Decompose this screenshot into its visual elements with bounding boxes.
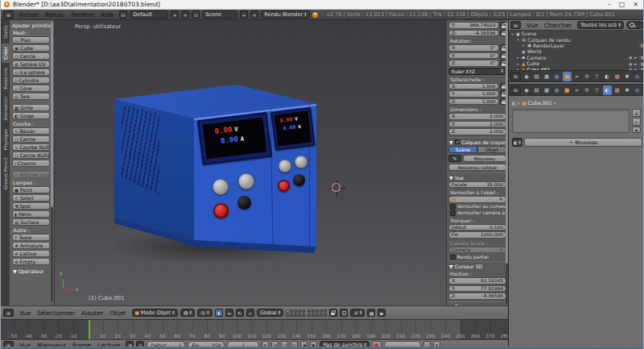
pivot-select[interactable]: ◎ <box>197 309 212 317</box>
material-browse-icon[interactable]: ◐ <box>512 138 522 147</box>
properties-tab-physics[interactable]: ◎ <box>633 72 642 81</box>
layer-cell[interactable] <box>294 314 297 317</box>
properties-tab-particles[interactable]: ✱ <box>623 72 632 81</box>
expander-icon[interactable]: ▾ <box>510 31 514 36</box>
location-y-field[interactable]: Y:966.74023 <box>448 22 499 29</box>
add-cube-button[interactable]: ▣Cube <box>12 44 50 52</box>
lock-to-cursor-row[interactable]: Verrouiller au curseur <box>450 204 506 210</box>
layer-cell[interactable] <box>324 314 327 317</box>
layer-cell[interactable] <box>302 314 305 317</box>
layer-cell[interactable] <box>302 310 305 313</box>
select-toggle-icon[interactable]: ► <box>634 55 638 60</box>
add-grille-button[interactable]: ▦Grille <box>12 104 50 111</box>
add-lattice-button[interactable]: #Lattice <box>12 250 50 257</box>
lock-icon[interactable] <box>329 309 337 317</box>
layer-cell[interactable] <box>298 314 301 317</box>
layer-cell[interactable] <box>298 310 301 313</box>
add-singe-button[interactable]: ◐Singe <box>12 112 50 119</box>
pin-icon[interactable]: ◧ <box>512 101 516 106</box>
clip-start-field[interactable]: Début0.100 <box>448 224 506 231</box>
add-surface-button[interactable]: ▤Surface <box>12 218 50 226</box>
add-tore-button[interactable]: ◎Tore <box>12 93 50 100</box>
render-toggle-icon[interactable]: ◨ <box>639 55 643 60</box>
rotation-z-field[interactable]: Z:0° <box>448 60 499 67</box>
scale-y-field[interactable]: Y:1.000 <box>448 90 499 98</box>
viewport-menu-slectionner[interactable]: Sélectionner <box>34 310 78 317</box>
add-cercle-nurbs-button[interactable]: ○Cercle NURBS <box>12 152 50 159</box>
clip-end-field[interactable]: Fin1000.000 <box>448 231 506 239</box>
render-border-row[interactable]: Rendu partiel <box>450 255 506 260</box>
toolshelf-tab-greasepencil[interactable]: Grease Pencil <box>2 155 10 193</box>
rotation-mode-select[interactable]: Euler XYZ <box>448 68 506 75</box>
properties-tab-modifiers[interactable]: ⚙ <box>583 85 592 95</box>
minimize-button[interactable]: – <box>608 1 611 8</box>
scale-x-field[interactable]: X:1.000 <box>448 83 499 90</box>
manipulator-translate-button[interactable]: ↔ <box>225 309 233 317</box>
gp-new-button[interactable]: Nouveau <box>463 155 507 162</box>
outliner-item-world[interactable]: ●World <box>509 48 644 54</box>
outliner-item-cube[interactable]: ▸▲Cube◉►◨ <box>509 60 644 66</box>
expander-icon[interactable]: ▸ <box>522 43 526 48</box>
cursor-y-field[interactable]: Y:77.91994 <box>448 285 506 293</box>
properties-tab-physics[interactable]: ◎ <box>633 85 642 95</box>
add-hemi-button[interactable]: ◗Hémi <box>12 210 50 218</box>
properties-tab-data[interactable]: ▽ <box>592 72 601 81</box>
gp-tab-scne[interactable]: Scène <box>448 146 477 153</box>
layout-delete-button[interactable]: × <box>181 10 189 19</box>
layer-cell[interactable] <box>312 314 315 317</box>
close-button[interactable]: ✕ <box>633 1 638 8</box>
add-empty-button[interactable]: ⊕Empty <box>12 258 50 265</box>
layer-cell[interactable] <box>316 314 319 317</box>
local-camera-field[interactable]: Camera✕ <box>448 247 506 254</box>
outliner-menu-chercher[interactable]: Chercher <box>541 22 575 29</box>
viewport-menu-objet[interactable]: Objet <box>106 310 129 317</box>
outliner-item-camera[interactable]: ▸◆Camera◉►◨ <box>509 55 644 60</box>
focal-length-field[interactable]: Focale35.000 <box>448 181 506 189</box>
dimension-x-field[interactable]: X:2.000 <box>448 113 506 120</box>
properties1-editor-type-button[interactable]: ⊞ <box>510 73 521 81</box>
properties-tab-texture[interactable]: ▩ <box>613 85 621 95</box>
add-spot-button[interactable]: ◥Spot <box>12 202 50 210</box>
add-courbe-nurbs-button[interactable]: ∿Courbe NURBS <box>12 143 50 151</box>
render-opengl-anim-button[interactable]: ▶ <box>378 309 386 317</box>
viewport-menu-vue[interactable]: Vue <box>16 310 34 317</box>
outliner-filter-select[interactable]: Toutes les scènes <box>577 21 624 29</box>
gp-checkbox[interactable] <box>455 139 460 145</box>
mode-select[interactable]: ■ Mode Objet <box>132 309 178 317</box>
shading-select[interactable]: ◍ <box>180 309 195 317</box>
viewport-menu-ajouter[interactable]: Ajouter <box>78 310 106 317</box>
add-cercle-courbe-button[interactable]: ○Cercle <box>12 135 50 143</box>
properties-tab-particles[interactable]: ✱ <box>623 85 632 95</box>
orientation-select[interactable]: Global <box>257 309 284 317</box>
outliner-editor-type-button[interactable]: ⊞ <box>510 21 521 29</box>
viewport-3d[interactable]: Persp. utilisateur (1) Cube.001 x y <box>55 20 446 305</box>
eye-toggle-icon[interactable]: ◉ <box>629 61 632 66</box>
menu-fentre[interactable]: Fenêtre <box>68 11 97 19</box>
properties-tab-scene[interactable]: ▦ <box>543 85 551 95</box>
add-chemin-button[interactable]: /Chemin <box>12 160 50 167</box>
lock-object-field[interactable]: ▣✎ <box>448 196 506 203</box>
outliner-search-input[interactable] <box>626 21 644 29</box>
maximize-button[interactable]: □ <box>619 1 625 8</box>
menu-aide[interactable]: Aide <box>97 11 118 19</box>
scene-browse-icon[interactable]: ⊡ <box>192 10 200 19</box>
scene-delete-button[interactable]: × <box>250 10 258 19</box>
layout-browse-icon[interactable]: ⊟ <box>119 10 127 19</box>
properties2-editor-type-button[interactable]: ⊞ <box>510 86 521 94</box>
expander-icon[interactable]: ▾ <box>516 37 520 42</box>
outliner-item-scene[interactable]: ▾◉Scene <box>509 31 644 36</box>
grease-pencil-panel-header[interactable]: ▼ Calques de crayon gr <box>449 139 506 145</box>
add-texte-button[interactable]: TTexte <box>12 234 50 241</box>
layer-cell[interactable] <box>290 310 293 313</box>
layer-cell[interactable] <box>312 310 315 313</box>
viewport-editor-type-button[interactable]: ⊞ <box>3 309 14 317</box>
outliner-menu-vue[interactable]: Vue <box>523 22 541 29</box>
slot-remove-button[interactable]: − <box>632 118 641 126</box>
material-slot-list[interactable] <box>512 109 630 133</box>
psu-object-render[interactable]: 0.00 V 0.00 A 0.00 V <box>111 81 328 270</box>
manipulator-toggle-button[interactable]: ✛ <box>215 309 223 317</box>
layer-cell[interactable] <box>316 310 319 313</box>
lock-camera-row[interactable]: Verrouiller caméra à l... <box>450 210 506 216</box>
gp-new-layer-button[interactable]: Nouveau calque <box>448 164 506 171</box>
layer-cell[interactable] <box>320 314 323 317</box>
